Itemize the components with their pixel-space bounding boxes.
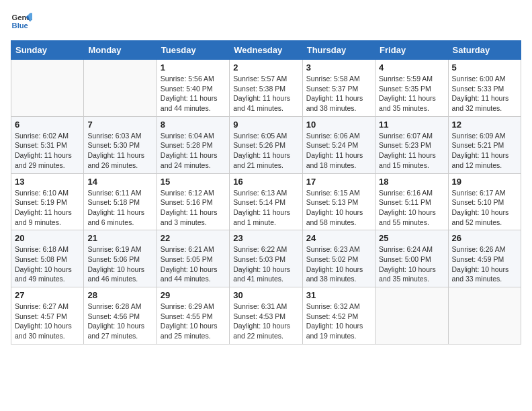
logo-icon: General Blue (11, 11, 32, 32)
calendar-cell: 8Sunrise: 6:04 AM Sunset: 5:28 PM Daylig… (157, 116, 229, 173)
day-detail: Sunrise: 6:09 AM Sunset: 5:21 PM Dayligh… (452, 131, 517, 171)
day-number: 31 (306, 290, 371, 300)
day-number: 13 (15, 177, 80, 187)
day-detail: Sunrise: 6:06 AM Sunset: 5:24 PM Dayligh… (306, 131, 371, 171)
day-number: 15 (161, 177, 226, 187)
day-number: 14 (87, 177, 152, 187)
day-number: 7 (87, 120, 152, 130)
calendar-cell (11, 60, 84, 117)
calendar-cell (375, 287, 448, 345)
calendar-cell: 10Sunrise: 6:06 AM Sunset: 5:24 PM Dayli… (302, 116, 375, 173)
calendar-week-4: 20Sunrise: 6:18 AM Sunset: 5:08 PM Dayli… (11, 230, 521, 287)
day-number: 26 (452, 233, 517, 243)
day-number: 10 (306, 120, 371, 130)
calendar-cell: 31Sunrise: 6:32 AM Sunset: 4:52 PM Dayli… (302, 287, 375, 345)
day-number: 3 (306, 62, 371, 73)
calendar-cell: 23Sunrise: 6:22 AM Sunset: 5:03 PM Dayli… (230, 230, 302, 287)
calendar-cell (84, 60, 157, 117)
day-number: 4 (379, 62, 444, 73)
column-header-sunday: Sunday (11, 41, 84, 60)
day-number: 23 (233, 233, 298, 243)
day-number: 21 (87, 233, 152, 243)
calendar-cell: 17Sunrise: 6:15 AM Sunset: 5:13 PM Dayli… (302, 173, 375, 230)
calendar-cell: 5Sunrise: 6:00 AM Sunset: 5:33 PM Daylig… (448, 60, 521, 117)
page-header: General Blue (11, 11, 521, 32)
calendar-cell: 26Sunrise: 6:26 AM Sunset: 4:59 PM Dayli… (448, 230, 521, 287)
calendar-cell: 12Sunrise: 6:09 AM Sunset: 5:21 PM Dayli… (448, 116, 521, 173)
calendar-cell: 30Sunrise: 6:31 AM Sunset: 4:53 PM Dayli… (230, 287, 302, 345)
day-detail: Sunrise: 6:22 AM Sunset: 5:03 PM Dayligh… (233, 244, 298, 284)
day-number: 8 (161, 120, 226, 130)
day-detail: Sunrise: 6:12 AM Sunset: 5:16 PM Dayligh… (161, 188, 226, 228)
calendar-cell: 25Sunrise: 6:24 AM Sunset: 5:00 PM Dayli… (375, 230, 448, 287)
calendar-cell: 14Sunrise: 6:11 AM Sunset: 5:18 PM Dayli… (84, 173, 157, 230)
day-detail: Sunrise: 6:13 AM Sunset: 5:14 PM Dayligh… (233, 188, 298, 228)
calendar-cell (448, 287, 521, 345)
day-detail: Sunrise: 6:16 AM Sunset: 5:11 PM Dayligh… (379, 188, 444, 228)
day-number: 24 (306, 233, 371, 243)
day-detail: Sunrise: 6:24 AM Sunset: 5:00 PM Dayligh… (379, 244, 444, 284)
day-number: 12 (452, 120, 517, 130)
calendar-cell: 15Sunrise: 6:12 AM Sunset: 5:16 PM Dayli… (157, 173, 229, 230)
day-number: 16 (233, 177, 298, 187)
day-detail: Sunrise: 5:56 AM Sunset: 5:40 PM Dayligh… (161, 74, 226, 113)
column-header-thursday: Thursday (302, 41, 375, 60)
day-number: 5 (452, 62, 517, 73)
calendar-cell: 3Sunrise: 5:58 AM Sunset: 5:37 PM Daylig… (302, 60, 375, 117)
calendar-week-2: 6Sunrise: 6:02 AM Sunset: 5:31 PM Daylig… (11, 116, 521, 173)
day-detail: Sunrise: 5:58 AM Sunset: 5:37 PM Dayligh… (306, 74, 371, 113)
calendar-cell: 11Sunrise: 6:07 AM Sunset: 5:23 PM Dayli… (375, 116, 448, 173)
day-number: 17 (306, 177, 371, 187)
day-detail: Sunrise: 6:23 AM Sunset: 5:02 PM Dayligh… (306, 244, 371, 284)
day-detail: Sunrise: 6:07 AM Sunset: 5:23 PM Dayligh… (379, 131, 444, 171)
day-detail: Sunrise: 6:00 AM Sunset: 5:33 PM Dayligh… (452, 74, 517, 113)
day-detail: Sunrise: 6:04 AM Sunset: 5:28 PM Dayligh… (161, 131, 226, 171)
calendar-table: SundayMondayTuesdayWednesdayThursdayFrid… (11, 40, 521, 345)
day-number: 19 (452, 177, 517, 187)
day-number: 25 (379, 233, 444, 243)
day-number: 11 (379, 120, 444, 130)
calendar-cell: 6Sunrise: 6:02 AM Sunset: 5:31 PM Daylig… (11, 116, 84, 173)
day-detail: Sunrise: 5:59 AM Sunset: 5:35 PM Dayligh… (379, 74, 444, 113)
day-detail: Sunrise: 6:05 AM Sunset: 5:26 PM Dayligh… (233, 131, 298, 171)
calendar-week-1: 1Sunrise: 5:56 AM Sunset: 5:40 PM Daylig… (11, 60, 521, 117)
column-header-wednesday: Wednesday (230, 41, 302, 60)
calendar-cell: 22Sunrise: 6:21 AM Sunset: 5:05 PM Dayli… (157, 230, 229, 287)
day-number: 2 (233, 62, 298, 73)
day-detail: Sunrise: 6:27 AM Sunset: 4:57 PM Dayligh… (15, 302, 80, 341)
day-detail: Sunrise: 5:57 AM Sunset: 5:38 PM Dayligh… (233, 74, 298, 113)
column-header-monday: Monday (84, 41, 157, 60)
calendar-week-3: 13Sunrise: 6:10 AM Sunset: 5:19 PM Dayli… (11, 173, 521, 230)
day-number: 18 (379, 177, 444, 187)
day-number: 22 (161, 233, 226, 243)
day-detail: Sunrise: 6:02 AM Sunset: 5:31 PM Dayligh… (15, 131, 80, 171)
calendar-cell: 1Sunrise: 5:56 AM Sunset: 5:40 PM Daylig… (157, 60, 229, 117)
calendar-cell: 28Sunrise: 6:28 AM Sunset: 4:56 PM Dayli… (84, 287, 157, 345)
column-header-saturday: Saturday (448, 41, 521, 60)
day-number: 29 (161, 290, 226, 300)
svg-text:Blue: Blue (12, 21, 28, 30)
day-detail: Sunrise: 6:10 AM Sunset: 5:19 PM Dayligh… (15, 188, 80, 228)
calendar-cell: 4Sunrise: 5:59 AM Sunset: 5:35 PM Daylig… (375, 60, 448, 117)
day-detail: Sunrise: 6:32 AM Sunset: 4:52 PM Dayligh… (306, 302, 371, 341)
day-detail: Sunrise: 6:28 AM Sunset: 4:56 PM Dayligh… (87, 302, 152, 341)
day-number: 1 (161, 62, 226, 73)
day-detail: Sunrise: 6:17 AM Sunset: 5:10 PM Dayligh… (452, 188, 517, 228)
calendar-cell: 9Sunrise: 6:05 AM Sunset: 5:26 PM Daylig… (230, 116, 302, 173)
calendar-cell: 7Sunrise: 6:03 AM Sunset: 5:30 PM Daylig… (84, 116, 157, 173)
calendar-cell: 20Sunrise: 6:18 AM Sunset: 5:08 PM Dayli… (11, 230, 84, 287)
day-detail: Sunrise: 6:19 AM Sunset: 5:06 PM Dayligh… (87, 244, 152, 284)
logo: General Blue (11, 11, 32, 32)
calendar-cell: 21Sunrise: 6:19 AM Sunset: 5:06 PM Dayli… (84, 230, 157, 287)
day-number: 9 (233, 120, 298, 130)
day-number: 6 (15, 120, 80, 130)
calendar-cell: 24Sunrise: 6:23 AM Sunset: 5:02 PM Dayli… (302, 230, 375, 287)
day-detail: Sunrise: 6:03 AM Sunset: 5:30 PM Dayligh… (87, 131, 152, 171)
calendar-cell: 2Sunrise: 5:57 AM Sunset: 5:38 PM Daylig… (230, 60, 302, 117)
day-detail: Sunrise: 6:15 AM Sunset: 5:13 PM Dayligh… (306, 188, 371, 228)
day-number: 30 (233, 290, 298, 300)
calendar-header-row: SundayMondayTuesdayWednesdayThursdayFrid… (11, 41, 521, 60)
day-detail: Sunrise: 6:18 AM Sunset: 5:08 PM Dayligh… (15, 244, 80, 284)
day-number: 28 (87, 290, 152, 300)
day-number: 27 (15, 290, 80, 300)
